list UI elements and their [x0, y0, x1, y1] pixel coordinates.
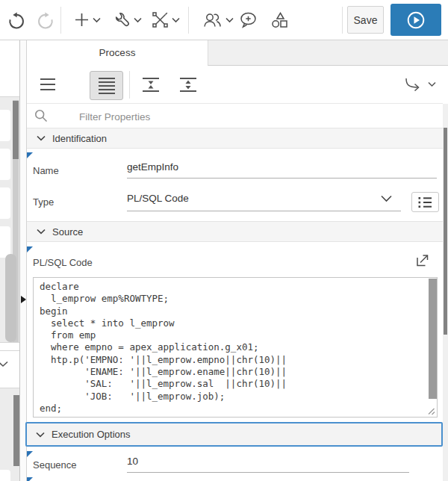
sequence-field-label: Sequence: [33, 459, 77, 471]
expand-all-button[interactable]: [180, 66, 196, 103]
go-to-group-icon: [404, 78, 423, 91]
left-pane-list-area: [0, 97, 19, 342]
panel-scrollbar-thumb[interactable]: [444, 128, 447, 335]
section-title: Execution Options: [52, 429, 131, 440]
filter-properties-input[interactable]: [78, 108, 349, 125]
tab-strip: [208, 40, 448, 66]
page-designer-window: Save: [0, 0, 448, 481]
comment-icon: [239, 11, 258, 29]
name-input[interactable]: [127, 161, 437, 179]
redo-icon: [36, 10, 55, 30]
plsql-code-text: declare l_emprow emp%ROWTYPE; begin sele…: [34, 278, 437, 418]
type-quick-pick-button[interactable]: [411, 192, 439, 212]
undo-button[interactable]: [7, 0, 26, 40]
resize-handle-icon[interactable]: [427, 407, 435, 415]
left-pane-divider: [0, 342, 19, 343]
left-pane-lower-area: [0, 388, 19, 481]
type-select-value: PL/SQL Code: [127, 193, 189, 204]
property-editor-toolbar: [27, 66, 443, 104]
chevron-down-icon: [225, 17, 234, 23]
chevron-down-icon: [134, 17, 142, 23]
chevron-down-icon: [37, 135, 46, 141]
filter-row: [27, 104, 443, 128]
create-icon: [74, 12, 90, 28]
go-to-group-button[interactable]: [404, 66, 436, 103]
utilities-menu-button[interactable]: [113, 0, 142, 40]
undo-icon: [7, 10, 26, 30]
code-scrollbar-thumb[interactable]: [429, 279, 437, 399]
type-select[interactable]: PL/SQL Code: [127, 193, 401, 211]
chevron-down-icon: [93, 17, 101, 23]
changed-marker: [27, 246, 33, 252]
changed-marker: [27, 477, 33, 481]
toolbar-divider: [188, 7, 189, 34]
utilities-icon: [113, 11, 131, 29]
left-pane-list-item[interactable]: [0, 470, 10, 481]
left-pane-divider: [0, 350, 19, 351]
type-field-label: Type: [33, 196, 54, 208]
quick-edit-icon: [152, 11, 169, 28]
section-header-execution-options[interactable]: Execution Options: [25, 422, 443, 447]
open-code-editor-button[interactable]: [414, 251, 430, 269]
splitter[interactable]: [20, 40, 26, 481]
chevron-down-icon: [36, 432, 45, 438]
left-pane-scrollbar-thumb[interactable]: [13, 101, 19, 159]
plsql-code-editor[interactable]: declare l_emprow emp%ROWTYPE; begin sele…: [33, 277, 438, 418]
section-title: Identification: [52, 133, 107, 144]
tab-process[interactable]: Process: [27, 40, 208, 66]
sequence-input[interactable]: [127, 456, 409, 473]
changed-marker: [27, 152, 33, 158]
show-common-button[interactable]: [40, 66, 55, 103]
show-common-icon: [40, 78, 55, 90]
select-list-icon: [418, 196, 432, 208]
changed-marker: [27, 451, 33, 457]
team-menu-button[interactable]: [202, 0, 234, 40]
toolbar-divider: [342, 7, 343, 34]
expand-all-icon: [180, 78, 196, 92]
name-field-label: Name: [33, 165, 59, 176]
create-menu-button[interactable]: [74, 0, 101, 40]
left-pane-list-item[interactable]: [0, 187, 10, 219]
run-button[interactable]: [391, 4, 441, 36]
left-pane-edge: [0, 40, 19, 481]
left-pane-scrollbar-wide-thumb[interactable]: [5, 254, 16, 342]
toolbar-divider: [129, 71, 130, 99]
show-all-button[interactable]: [90, 71, 123, 100]
save-button[interactable]: Save: [347, 6, 384, 34]
add-comment-button[interactable]: [239, 0, 258, 40]
splitter-expand-handle[interactable]: [21, 296, 26, 303]
chevron-down-icon: [381, 195, 392, 202]
search-icon: [34, 109, 48, 122]
left-pane-list-item[interactable]: [0, 149, 10, 180]
left-pane-list-item[interactable]: [0, 110, 10, 141]
section-header-identification[interactable]: Identification: [27, 128, 443, 149]
main-toolbar: Save: [0, 0, 448, 40]
left-pane-scrollbar-thumb[interactable]: [13, 395, 19, 466]
team-icon: [202, 11, 223, 29]
code-editor-icon: [414, 252, 430, 268]
redo-button[interactable]: [36, 0, 55, 40]
shared-components-button[interactable]: [270, 0, 289, 40]
plsql-code-label: PL/SQL Code: [33, 257, 93, 268]
left-pane-chevron-down-icon: [0, 361, 8, 367]
section-title: Source: [52, 226, 83, 238]
chevron-down-icon: [428, 81, 436, 87]
collapse-all-button[interactable]: [143, 66, 159, 103]
show-all-icon: [99, 78, 115, 94]
chevron-down-icon: [172, 17, 180, 23]
left-pane-list-item[interactable]: [0, 226, 10, 258]
section-header-source[interactable]: Source: [27, 221, 443, 242]
quick-edit-menu-button[interactable]: [152, 0, 180, 40]
run-icon: [406, 10, 426, 30]
collapse-all-icon: [143, 78, 159, 92]
shared-components-icon: [270, 11, 289, 29]
toolbar-divider: [60, 7, 61, 34]
chevron-down-icon: [37, 229, 46, 235]
